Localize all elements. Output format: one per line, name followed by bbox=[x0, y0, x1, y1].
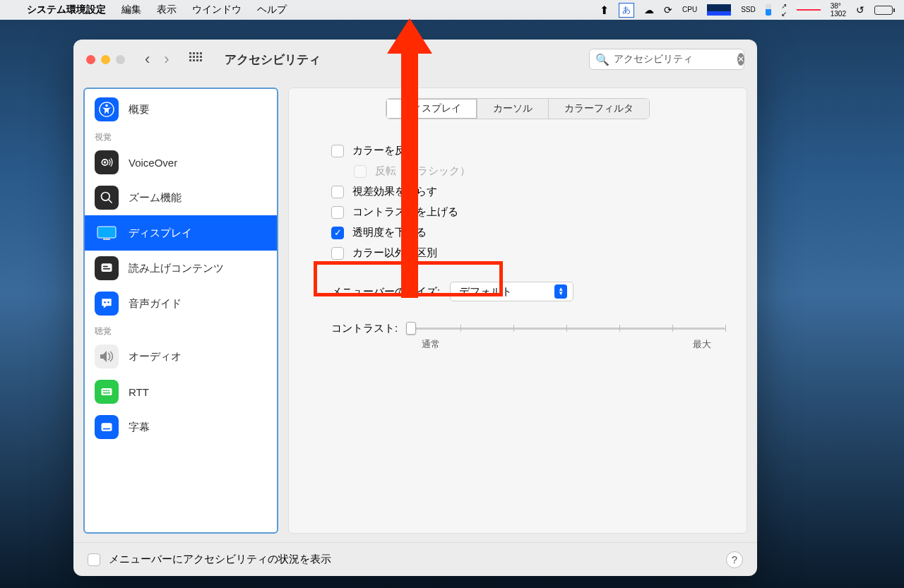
checkbox[interactable] bbox=[331, 145, 344, 157]
menu-help[interactable]: ヘルプ bbox=[257, 4, 287, 16]
cpu-graph-icon[interactable] bbox=[707, 4, 731, 16]
tab-display[interactable]: ディスプレイ bbox=[386, 99, 477, 119]
svg-point-1 bbox=[105, 104, 108, 107]
option-differentiate-without-color[interactable]: カラー以外で区別 bbox=[331, 243, 732, 263]
option-reduce-transparency[interactable]: ✓透明度を下げる bbox=[331, 222, 732, 243]
option-increase-contrast[interactable]: コントラストを上げる bbox=[331, 202, 732, 222]
activity-graph-icon[interactable] bbox=[797, 5, 821, 15]
back-button[interactable]: ‹ bbox=[145, 50, 150, 68]
show-all-button[interactable] bbox=[189, 52, 203, 66]
window-title: アクセシビリティ bbox=[225, 52, 321, 68]
sidebar-label: ズーム機能 bbox=[129, 191, 182, 205]
rtt-icon bbox=[95, 380, 119, 404]
prefs-window: ‹ › アクセシビリティ 🔍 ✕ 概要 視覚 VoiceOver bbox=[73, 40, 757, 576]
cloud-icon[interactable]: ☁ bbox=[644, 4, 654, 16]
sensor-indicator[interactable]: 38°1302 bbox=[831, 2, 846, 18]
ssd-label[interactable]: SSD bbox=[741, 6, 756, 13]
cpu-label[interactable]: CPU bbox=[682, 6, 697, 13]
svg-rect-9 bbox=[103, 266, 108, 268]
option-label: 透明度を下げる bbox=[352, 226, 427, 239]
sidebar-category-visual: 視覚 bbox=[85, 127, 277, 145]
checkbox[interactable] bbox=[331, 186, 344, 198]
sidebar-item-audio-guide[interactable]: 音声ガイド bbox=[85, 286, 277, 321]
sidebar-label: 読み上げコンテンツ bbox=[129, 262, 224, 275]
option-label: メニューバーにアクセシビリティの状況を表示 bbox=[109, 553, 331, 566]
sidebar-label: RTT bbox=[129, 386, 149, 398]
titlebar: ‹ › アクセシビリティ 🔍 ✕ bbox=[73, 40, 757, 79]
svg-point-12 bbox=[107, 301, 109, 304]
app-name[interactable]: システム環境設定 bbox=[27, 4, 106, 16]
spoken-content-icon bbox=[95, 256, 119, 280]
sidebar-item-overview[interactable]: 概要 bbox=[85, 92, 277, 127]
option-invert-colors[interactable]: カラーを反転 bbox=[331, 140, 732, 161]
menubar-size-label: メニューバーのサイズ: bbox=[331, 285, 440, 299]
checkbox[interactable]: ✓ bbox=[331, 227, 344, 239]
net-indicator[interactable]: ↗↙ bbox=[781, 2, 787, 18]
battery-icon[interactable] bbox=[874, 6, 893, 15]
search-icon: 🔍 bbox=[595, 53, 609, 66]
window-footer: メニューバーにアクセシビリティの状況を表示 ? bbox=[73, 542, 757, 576]
sidebar-item-audio[interactable]: オーディオ bbox=[85, 339, 277, 374]
option-label: 反転（クラシック） bbox=[375, 164, 470, 178]
svg-rect-17 bbox=[103, 392, 110, 394]
tab-cursor[interactable]: カーソル bbox=[477, 99, 549, 119]
slider-min-label: 通常 bbox=[422, 338, 440, 351]
zoom-button[interactable] bbox=[116, 55, 125, 64]
search-field[interactable]: 🔍 ✕ bbox=[589, 49, 744, 70]
sidebar-category-hearing: 聴覚 bbox=[85, 321, 277, 339]
help-button[interactable]: ? bbox=[726, 551, 743, 568]
voiceover-icon bbox=[95, 150, 119, 174]
svg-rect-18 bbox=[102, 423, 112, 431]
menu-view[interactable]: 表示 bbox=[157, 4, 177, 16]
sidebar-label: 概要 bbox=[129, 103, 150, 116]
svg-point-3 bbox=[104, 161, 106, 163]
contrast-slider[interactable] bbox=[408, 321, 725, 335]
menubar: システム環境設定 編集 表示 ウインドウ ヘルプ ⬆ あ ☁ ⟳ CPU SSD… bbox=[0, 0, 904, 20]
traffic-lights bbox=[86, 55, 125, 64]
sidebar-item-spoken[interactable]: 読み上げコンテンツ bbox=[85, 251, 277, 286]
checkbox[interactable] bbox=[331, 247, 344, 260]
menu-window[interactable]: ウインドウ bbox=[192, 4, 242, 16]
segmented-control: ディスプレイ カーソル カラーフィルタ bbox=[303, 98, 732, 119]
sidebar-item-captions[interactable]: 字幕 bbox=[85, 409, 277, 445]
svg-rect-8 bbox=[102, 263, 112, 272]
select-value: デフォルト bbox=[459, 285, 512, 299]
clear-search-button[interactable]: ✕ bbox=[737, 53, 744, 66]
svg-line-5 bbox=[109, 200, 112, 203]
checkbox[interactable] bbox=[88, 553, 100, 566]
svg-rect-16 bbox=[108, 390, 110, 392]
svg-rect-10 bbox=[103, 268, 110, 270]
nav-buttons: ‹ › bbox=[145, 50, 170, 68]
sidebar-item-display[interactable]: ディスプレイ bbox=[85, 215, 277, 251]
sidebar-label: 字幕 bbox=[129, 421, 150, 434]
sidebar-item-voiceover[interactable]: VoiceOver bbox=[85, 145, 277, 180]
checkbox[interactable] bbox=[331, 206, 344, 219]
close-button[interactable] bbox=[86, 55, 95, 64]
ime-indicator[interactable]: あ bbox=[619, 3, 634, 18]
svg-point-4 bbox=[102, 193, 110, 201]
sidebar-label: 音声ガイド bbox=[129, 297, 182, 311]
svg-rect-7 bbox=[103, 239, 110, 240]
menubar-size-row: メニューバーのサイズ: デフォルト ▲▼ bbox=[331, 282, 732, 301]
option-reduce-motion[interactable]: 視差効果を減らす bbox=[331, 181, 732, 202]
rocket-icon[interactable]: ⬆ bbox=[600, 4, 609, 17]
svg-rect-15 bbox=[105, 390, 107, 392]
zoom-icon bbox=[95, 186, 119, 210]
option-label: カラー以外で区別 bbox=[352, 246, 437, 260]
slider-thumb[interactable] bbox=[406, 322, 416, 335]
menu-edit[interactable]: 編集 bbox=[121, 4, 141, 16]
tab-color-filter[interactable]: カラーフィルタ bbox=[549, 99, 649, 119]
sync-icon[interactable]: ⟳ bbox=[664, 4, 672, 16]
contrast-row: コントラスト: bbox=[331, 321, 732, 335]
option-label: コントラストを上げる bbox=[352, 205, 458, 219]
minimize-button[interactable] bbox=[101, 55, 110, 64]
menubar-size-select[interactable]: デフォルト ▲▼ bbox=[450, 282, 573, 301]
sidebar-label: ディスプレイ bbox=[129, 227, 192, 240]
sidebar-item-zoom[interactable]: ズーム機能 bbox=[85, 180, 277, 215]
ssd-bar-icon[interactable] bbox=[766, 4, 771, 16]
option-show-status-in-menubar[interactable]: メニューバーにアクセシビリティの状況を表示 bbox=[88, 549, 331, 570]
sidebar-item-rtt[interactable]: RTT bbox=[85, 374, 277, 409]
forward-button[interactable]: › bbox=[164, 50, 169, 68]
timemachine-icon[interactable]: ↺ bbox=[856, 4, 864, 16]
search-input[interactable] bbox=[614, 54, 737, 65]
